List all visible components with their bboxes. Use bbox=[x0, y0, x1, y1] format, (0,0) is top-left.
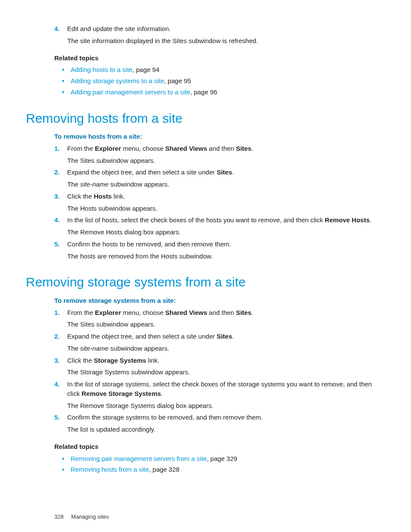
step-item: 1.From the Explorer menu, choose Shared … bbox=[54, 144, 373, 165]
related-topics-list: Removing pair management servers from a … bbox=[62, 454, 373, 475]
step-number: 1. bbox=[54, 144, 60, 153]
related-topic-suffix: , page 94 bbox=[132, 66, 159, 73]
procedure-steps: 1.From the Explorer menu, choose Shared … bbox=[54, 308, 373, 434]
related-topic-item: Removing pair management servers from a … bbox=[62, 454, 373, 464]
step-number: 5. bbox=[54, 240, 60, 249]
step-body: Expand the object tree, and then select … bbox=[67, 168, 373, 177]
related-topic-link[interactable]: Removing pair management servers from a … bbox=[71, 455, 207, 462]
step-item: 3.Click the Storage Systems link.The Sto… bbox=[54, 356, 373, 377]
related-topic-link[interactable]: Adding hosts to a site bbox=[71, 66, 132, 73]
step-number: 3. bbox=[54, 356, 60, 365]
related-topic-suffix: , page 95 bbox=[164, 77, 191, 84]
related-topic-link[interactable]: Adding pair management servers to a site bbox=[71, 88, 190, 96]
step-number: 1. bbox=[54, 308, 60, 317]
related-topic-link[interactable]: Removing hosts from a site bbox=[71, 466, 149, 473]
step-body: Confirm the hosts to be removed, and the… bbox=[67, 240, 373, 249]
related-topics-list: Adding hosts to a site, page 94Adding st… bbox=[62, 65, 373, 96]
step-item: 5.Confirm the storage systems to be remo… bbox=[54, 413, 373, 434]
continued-steps: 4. Edit and update the site information.… bbox=[54, 24, 373, 46]
step-item: 4.In the list of storage systems, select… bbox=[54, 380, 373, 410]
step-result: The Storage Systems subwindow appears. bbox=[67, 367, 373, 377]
step-body: Edit and update the site information. bbox=[67, 24, 373, 34]
step-item: 1.From the Explorer menu, choose Shared … bbox=[54, 308, 373, 330]
step-body: From the Explorer menu, choose Shared Vi… bbox=[67, 144, 373, 153]
related-topic-item: Adding hosts to a site, page 94 bbox=[62, 65, 373, 75]
step-body: Click the Storage Systems link. bbox=[67, 356, 373, 365]
step-result: The Hosts subwindow appears. bbox=[67, 204, 373, 213]
step-result: The Remove Storage Systems dialog box ap… bbox=[67, 401, 373, 411]
related-topic-suffix: , page 329 bbox=[207, 455, 237, 462]
step-item: 2.Expand the object tree, and then selec… bbox=[54, 332, 373, 353]
step-result: The hosts are removed from the Hosts sub… bbox=[67, 252, 373, 261]
step-result: The site-name subwindow appears. bbox=[67, 344, 373, 353]
section-heading-removing-hosts: Removing hosts from a site bbox=[26, 109, 373, 128]
step-body: In the list of storage systems, select t… bbox=[67, 380, 373, 398]
footer-section: Managing sites bbox=[71, 513, 109, 520]
related-topics-heading: Related topics bbox=[54, 442, 373, 451]
step-body: Expand the object tree, and then select … bbox=[67, 332, 373, 341]
step-result: The Remove Hosts dialog box appears. bbox=[67, 227, 373, 237]
procedure-heading: To remove hosts from a site: bbox=[54, 132, 373, 141]
related-topics-heading: Related topics bbox=[54, 53, 373, 63]
related-topic-item: Adding pair management servers to a site… bbox=[62, 87, 373, 97]
step-number: 3. bbox=[54, 192, 60, 201]
step-item: 4. Edit and update the site information.… bbox=[54, 24, 373, 46]
step-number: 4. bbox=[54, 215, 60, 225]
step-result: The Sites subwindow appears. bbox=[67, 320, 373, 329]
related-topic-item: Removing hosts from a site, page 328 bbox=[62, 465, 373, 474]
page-footer: 328 Managing sites bbox=[26, 513, 373, 521]
step-body: In the list of hosts, select the check b… bbox=[67, 215, 373, 225]
step-body: Click the Hosts link. bbox=[67, 192, 373, 201]
step-number: 2. bbox=[54, 332, 60, 341]
step-number: 2. bbox=[54, 168, 60, 177]
step-item: 5.Confirm the hosts to be removed, and t… bbox=[54, 240, 373, 261]
step-body: From the Explorer menu, choose Shared Vi… bbox=[67, 308, 373, 317]
related-topic-suffix: , page 96 bbox=[190, 88, 218, 96]
step-number: 4. bbox=[54, 380, 60, 389]
procedure-steps: 1.From the Explorer menu, choose Shared … bbox=[54, 144, 373, 261]
related-topic-suffix: , page 328 bbox=[149, 466, 180, 473]
step-item: 4.In the list of hosts, select the check… bbox=[54, 215, 373, 237]
step-result: The list is updated accordingly. bbox=[67, 425, 373, 434]
step-item: 3.Click the Hosts link.The Hosts subwind… bbox=[54, 192, 373, 213]
page-number: 328 bbox=[54, 513, 64, 520]
related-topic-link[interactable]: Adding storage systems to a site bbox=[71, 77, 164, 84]
step-result: The Sites subwindow appears. bbox=[67, 156, 373, 165]
step-result: The site-name subwindow appears. bbox=[67, 180, 373, 189]
section-heading-removing-storage: Removing storage systems from a site bbox=[26, 273, 373, 292]
step-body: Confirm the storage systems to be remove… bbox=[67, 413, 373, 422]
step-number: 4. bbox=[54, 24, 60, 34]
step-result: The site information displayed in the Si… bbox=[67, 36, 373, 46]
related-topic-item: Adding storage systems to a site, page 9… bbox=[62, 76, 373, 86]
procedure-heading: To remove storage systems from a site: bbox=[54, 296, 373, 305]
step-number: 5. bbox=[54, 413, 60, 422]
step-item: 2.Expand the object tree, and then selec… bbox=[54, 168, 373, 189]
